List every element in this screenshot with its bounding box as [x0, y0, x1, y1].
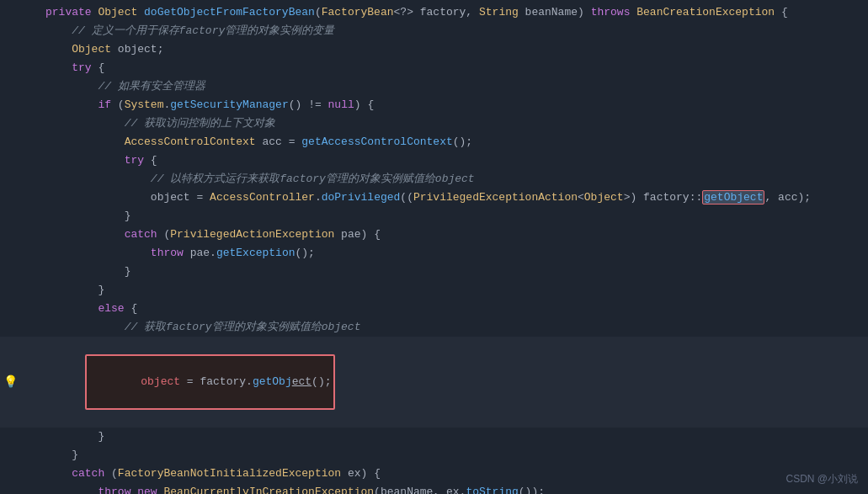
code-line-16: } [0, 281, 868, 300]
code-line-17: else { [0, 300, 868, 318]
bulb-icon: 💡 [3, 373, 18, 391]
code-line-8: AccessControlContext acc = getAccessCont… [0, 133, 868, 151]
line-code: catch (PrivilegedActionException pae) { [45, 226, 868, 244]
code-line-19: 💡 object = factory.getObject(); [0, 337, 868, 428]
code-line-22: catch (FactoryBeanNotInitializedExceptio… [0, 465, 868, 483]
code-line-10: // 以特权方式运行来获取factory管理的对象实例赋值给object [0, 170, 868, 189]
code-line-20: } [0, 428, 868, 446]
line-code: } [45, 282, 868, 300]
line-code: private Object doGetObjectFromFactoryBea… [45, 4, 868, 22]
line-code: if (System.getSecurityManager() != null)… [45, 97, 868, 114]
watermark: CSDN @小刘说 [785, 471, 858, 487]
code-editor: private Object doGetObjectFromFactoryBea… [0, 0, 868, 494]
code-line-2: // 定义一个用于保存factory管理的对象实例的变量 [0, 22, 868, 40]
code-line-23: throw new BeanCurrentlyInCreationExcepti… [0, 483, 868, 494]
code-line-21: } [0, 446, 868, 465]
code-line-15: } [0, 263, 868, 281]
code-line-5: // 如果有安全管理器 [0, 77, 868, 96]
code-line-3: Object object; [0, 40, 868, 59]
line-code: throw pae.getException(); [45, 245, 868, 263]
line-code: } [45, 263, 868, 281]
code-line-14: throw pae.getException(); [0, 244, 868, 263]
line-code: catch (FactoryBeanNotInitializedExceptio… [45, 465, 868, 483]
line-code: else { [45, 300, 868, 318]
line-code: Object object; [45, 41, 868, 59]
code-line-9: try { [0, 151, 868, 170]
line-code: } [45, 428, 868, 446]
line-code: // 定义一个用于保存factory管理的对象实例的变量 [45, 23, 868, 40]
code-line-18: // 获取factory管理的对象实例赋值给object [0, 318, 868, 337]
code-line-1: private Object doGetObjectFromFactoryBea… [0, 3, 868, 22]
line-code: // 以特权方式运行来获取factory管理的对象实例赋值给object [45, 171, 868, 189]
line-code: } [45, 447, 868, 465]
line-code: object = factory.getObject(); [45, 337, 868, 428]
code-line-4: try { [0, 59, 868, 77]
code-line-13: catch (PrivilegedActionException pae) { [0, 226, 868, 244]
line-code: throw new BeanCurrentlyInCreationExcepti… [45, 484, 868, 494]
code-line-11: object = AccessController.doPrivileged((… [0, 189, 868, 207]
line-code: object = AccessController.doPrivileged((… [45, 189, 868, 207]
line-code: try { [45, 152, 868, 170]
code-line-12: } [0, 207, 868, 226]
line-code: // 获取访问控制的上下文对象 [45, 115, 868, 133]
line-code: try { [45, 60, 868, 77]
line-code: } [45, 208, 868, 226]
line-code: AccessControlContext acc = getAccessCont… [45, 134, 868, 151]
line-code: // 如果有安全管理器 [45, 78, 868, 96]
code-line-7: // 获取访问控制的上下文对象 [0, 114, 868, 133]
line-code: // 获取factory管理的对象实例赋值给object [45, 319, 868, 337]
code-line-6: if (System.getSecurityManager() != null)… [0, 96, 868, 114]
